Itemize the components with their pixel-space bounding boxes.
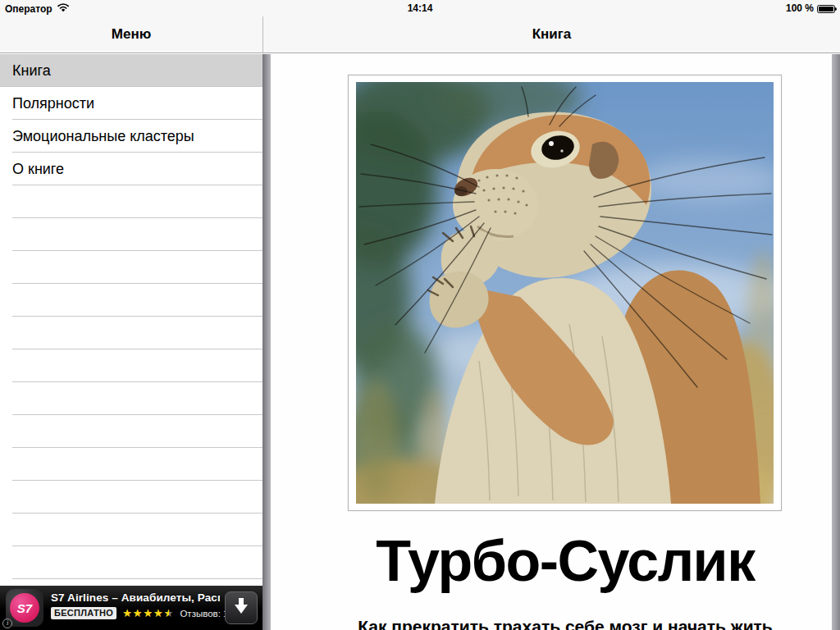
rating-stars: ★★★★★ ★★★★★ — [122, 608, 174, 619]
status-bar: Оператор 14:14 100 % — [0, 0, 840, 16]
book-cover-photo — [348, 75, 782, 511]
list-item — [0, 382, 262, 415]
list-item — [0, 546, 262, 579]
list-item — [0, 448, 262, 481]
list-item — [0, 349, 262, 382]
download-button[interactable] — [225, 591, 258, 624]
book-subtitle: Как прекратить трахать себе мозг и начат… — [348, 617, 783, 630]
battery-percent-label: 100 % — [786, 2, 814, 14]
book-page-view: Турбо-Суслик Как прекратить трахать себе… — [262, 54, 840, 630]
list-item — [0, 317, 262, 349]
book-page[interactable]: Турбо-Суслик Как прекратить трахать себе… — [271, 54, 832, 630]
sidebar-item-about-book[interactable]: О книге — [0, 153, 262, 185]
sidebar-header: Меню — [0, 16, 262, 53]
list-item — [0, 284, 262, 317]
sidebar-item-label: Эмоциональные кластеры — [12, 128, 194, 145]
free-badge: БЕСПЛАТНО — [51, 607, 116, 619]
list-item — [0, 481, 262, 514]
page-right-gutter — [832, 54, 840, 630]
content-header: Книга — [262, 16, 840, 53]
sidebar-title: Меню — [112, 26, 151, 43]
sidebar-menu: Книга Полярности Эмоциональные кластеры … — [0, 54, 262, 630]
list-item — [0, 185, 262, 218]
list-item — [0, 251, 262, 284]
sidebar-item-label: Книга — [12, 62, 51, 80]
ad-info-icon[interactable]: i — [2, 619, 12, 628]
sidebar-item-label: Полярности — [12, 95, 94, 112]
page-left-gutter — [262, 54, 271, 630]
clock: 14:14 — [0, 2, 840, 14]
sidebar-item-polarities[interactable]: Полярности — [0, 87, 262, 120]
s7-logo-text: S7 — [17, 601, 32, 615]
list-item — [0, 415, 262, 448]
list-item — [0, 514, 262, 546]
download-arrow-icon — [234, 598, 249, 618]
sidebar-item-label: О книге — [12, 161, 64, 178]
ad-banner[interactable]: S7 i S7 Airlines – Авиабилеты, Расп... Б… — [0, 586, 262, 630]
sidebar-item-emotional-clusters[interactable]: Эмоциональные кластеры — [0, 120, 262, 153]
book-title: Турбо-Суслик — [348, 532, 783, 590]
battery-icon — [817, 5, 835, 13]
page-title: Книга — [532, 26, 572, 43]
ad-title: S7 Airlines – Авиабилеты, Расп... — [51, 591, 220, 604]
sidebar-item-book[interactable]: Книга — [0, 54, 262, 87]
list-item — [0, 218, 262, 251]
